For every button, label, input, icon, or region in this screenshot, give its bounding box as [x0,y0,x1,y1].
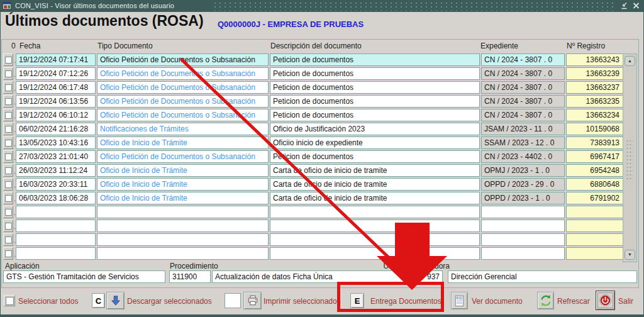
cell-registro: 10159068 [566,123,624,135]
seleccionar-todos-checkbox[interactable] [4,295,15,306]
c-button[interactable]: C [92,293,105,308]
cell-tipo-documento-link[interactable]: Oficio de Inicio de Trámite [97,192,269,204]
cell-expediente: OPPD / 2023 - 1 . 0 [481,192,565,204]
row-checkbox[interactable] [3,53,13,66]
imprimir-button[interactable] [243,292,262,309]
salir-button[interactable] [596,291,615,310]
row-checkbox[interactable] [3,81,13,94]
descargar-button[interactable] [106,292,125,309]
table-row: 27/03/2023 21:01:40 Oficio Petición de D… [2,150,625,164]
cell-registro [566,233,624,246]
aplicacion-field[interactable]: GTS - Gestión Tramitación de Servicios [3,270,165,283]
window-bottom-edge [0,314,644,317]
cell-tipo-documento [97,247,269,260]
cell-registro: 6791902 [566,192,624,204]
row-checkbox[interactable] [3,220,13,232]
cell-descripcion: Peticion de documentos [270,67,480,80]
cell-fecha [16,220,96,232]
cell-expediente [481,220,565,232]
cell-expediente [481,206,565,218]
window-title: CON_VISI - Visor últimos documentos del … [15,2,174,9]
row-checkbox[interactable] [3,233,13,246]
cell-tipo-documento-link[interactable]: Oficio Petición de Documentos o Subsanac… [97,109,269,121]
table-row: 13/05/2023 10:43:16 Oficio de Inicio de … [2,136,625,150]
cell-tipo-documento [97,220,269,232]
procedimiento-nombre-field[interactable]: Actualización de datos Ficha Única [212,270,404,283]
table-row-empty [2,233,625,247]
tramitadora-nombre-field[interactable]: Dirección Gerencial [448,270,637,283]
power-icon [599,294,612,307]
cell-registro: 6967417 [566,150,624,163]
procedimiento-codigo-field[interactable]: 311900 [169,270,211,283]
scroll-down-icon[interactable]: ▼ [625,250,635,260]
row-checkbox[interactable] [3,95,13,108]
cell-tipo-documento[interactable]: Oficio Petición de Documentos o Subsanac… [97,53,269,66]
tramitadora-codigo-field[interactable]: 937 [405,270,443,283]
app-window: CON_VISI - Visor últimos documentos del … [0,0,644,317]
salir-label: Salir [618,297,633,306]
table-row: 26/03/2023 11:12:24 Oficio de Inicio de … [2,164,625,178]
cell-descripcion [270,247,480,260]
row-checkbox[interactable] [3,109,13,121]
cell-tipo-documento-link[interactable]: Notificaciones de Trámites [97,123,269,135]
seleccionar-todos-label: Seleccionar todos [18,297,78,306]
row-checkbox[interactable] [3,150,13,163]
cell-descripcion: Peticion de documentos [270,150,480,163]
refrescar-button[interactable] [537,292,554,309]
entrega-documentos-button[interactable]: E [350,293,364,308]
table-row: 06/03/2023 18:06:28 Oficio de Inicio de … [2,192,625,206]
cell-fecha: 26/03/2023 11:12:24 [16,164,96,177]
cell-fecha: 19/12/2024 06:10:12 [16,109,96,121]
row-checkbox[interactable] [3,178,13,191]
imprimir-input[interactable] [225,293,241,308]
row-checkbox[interactable] [3,136,13,149]
cell-descripcion: Carta de oficio de inicio de tramite [270,192,480,204]
row-checkbox[interactable] [3,123,13,135]
table-row: 16/03/2023 20:33:11 Oficio de Inicio de … [2,178,625,192]
cell-tipo-documento [97,233,269,246]
cell-tipo-documento-link[interactable]: Oficio de Inicio de Trámite [97,164,269,177]
cell-expediente: CN / 2024 - 3807 . 0 [481,67,565,80]
cell-tipo-documento-link[interactable]: Oficio Petición de Documentos o Subsanac… [97,95,269,108]
cell-tipo-documento-link[interactable]: Oficio Petición de Documentos o Subsanac… [97,67,269,80]
vertical-scrollbar[interactable]: ▲ ▼ [623,53,637,262]
table-row: 19/12/2024 06:17:48 Oficio Petición de D… [2,81,625,95]
row-checkbox[interactable] [3,67,13,80]
cell-tipo-documento-link[interactable]: Oficio Petición de Documentos o Subsanac… [97,81,269,94]
company-header: Q0000000J - EMPRESA DE PRUEBAS [218,19,364,29]
table-row: 19/12/2024 06:10:12 Oficio Petición de D… [2,109,625,123]
cell-tipo-documento-link[interactable]: Oficio Petición de Documentos o Subsanac… [97,150,269,163]
close-icon[interactable] [632,2,640,9]
app-icon[interactable] [3,1,12,10]
col-header-descripcion: Descripción del documento [270,42,362,50]
cell-tipo-documento-link[interactable]: Oficio de Inicio de Trámite [97,178,269,191]
cell-expediente: CN / 2024 - 3807 . 0 [481,81,565,94]
documents-panel: 0 Fecha Tipo Documento Descripción del d… [1,39,639,288]
row-checkbox[interactable] [3,206,13,218]
table-row: 19/12/2024 06:13:56 Oficio Petición de D… [2,95,625,109]
row-checkbox[interactable] [3,164,13,177]
cell-fecha: 16/03/2023 20:33:11 [16,178,96,191]
row-checkbox[interactable] [3,247,13,260]
cell-registro [566,220,624,232]
col-header-registro: Nº Registro [567,42,605,50]
cell-tipo-documento-link[interactable]: Oficio de Inicio de Trámite [97,136,269,149]
cell-expediente [481,247,565,260]
cell-registro: 13663237 [566,81,624,94]
ver-documento-button[interactable] [451,292,468,309]
col-header-fecha: Fecha [19,42,40,50]
cell-fecha [16,247,96,260]
entrega-documentos-label: Entrega Documentos [370,297,441,306]
refrescar-label: Refrescar [557,297,590,306]
restore-icon[interactable] [620,2,628,9]
refresh-icon [540,294,552,307]
cell-expediente: OPMJ / 2023 - 1 . 0 [481,164,565,177]
bottom-toolbar: Seleccionar todos C Descargar selecciona… [0,289,644,314]
imprimir-label: Imprimir seleccionados [264,297,341,306]
col-header-expediente: Expediente [480,42,518,50]
cell-descripcion [270,233,480,246]
scrollbar-thumb[interactable] [626,139,633,181]
cell-fecha: 19/12/2024 07:17:41 [16,53,96,66]
scroll-up-icon[interactable]: ▲ [625,56,635,66]
row-checkbox[interactable] [3,192,13,204]
